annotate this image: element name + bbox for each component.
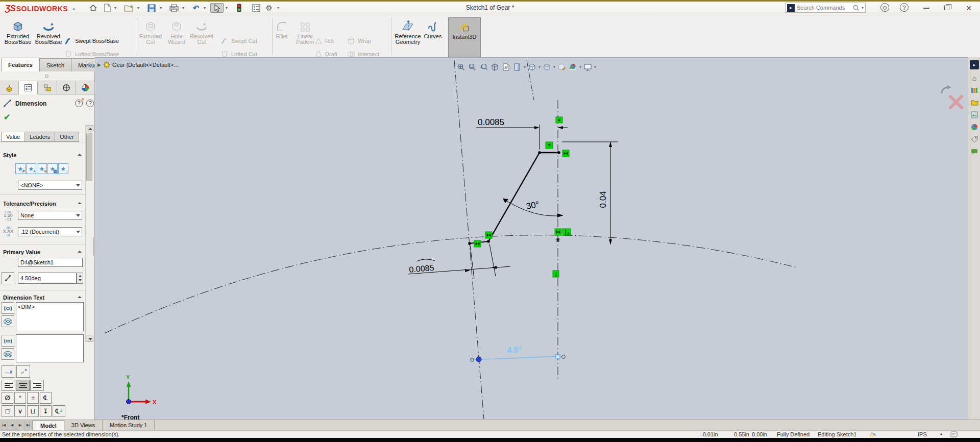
scroll-down-icon[interactable] xyxy=(86,335,93,342)
extruded-cut-button[interactable]: Extruded Cut xyxy=(136,17,165,56)
print-dropdown[interactable]: ▾ xyxy=(182,6,184,10)
fillet-button[interactable]: Fillet xyxy=(269,17,295,56)
units-dropdown-icon[interactable]: ▴ xyxy=(940,431,942,436)
scroll-up-icon[interactable] xyxy=(86,125,93,132)
swept-cut-button[interactable]: Swept Cut xyxy=(220,37,257,44)
relation-vertical-badge[interactable]: | xyxy=(553,271,559,277)
search-icon[interactable] xyxy=(853,5,860,11)
horizontal-justify-button[interactable]: ↔x xyxy=(2,365,15,378)
draft-button[interactable]: Draft xyxy=(314,50,337,58)
style-dropdown[interactable]: <NONE> xyxy=(18,181,82,190)
intersect-button[interactable]: Intersect xyxy=(347,50,379,58)
relation-symmetric-badge[interactable] xyxy=(485,232,492,238)
dimension-text-collapse-icon[interactable] xyxy=(78,294,82,299)
property-manager-tab[interactable] xyxy=(19,81,38,94)
panel-resize-grip[interactable] xyxy=(93,237,95,256)
status-units[interactable]: IPS xyxy=(918,431,927,437)
select-dropdown[interactable]: ▾ xyxy=(226,6,228,10)
undo-dropdown[interactable]: ▾ xyxy=(204,6,206,10)
swept-boss-base-button[interactable]: Swept Boss/Base xyxy=(64,37,119,44)
tab-motion-study[interactable]: Motion Study 1 xyxy=(103,420,155,430)
primary-value-section-header[interactable]: Primary Value xyxy=(3,249,40,255)
sketch-points[interactable] xyxy=(468,151,560,245)
style-delete-button[interactable]: ★× xyxy=(37,163,47,174)
restore-button[interactable] xyxy=(942,3,952,13)
open-dropdown[interactable]: ▾ xyxy=(137,6,139,10)
section-view-icon[interactable] xyxy=(490,62,500,72)
new-document-icon[interactable] xyxy=(102,3,112,13)
style-default-button[interactable]: ★↗ xyxy=(15,163,26,174)
sheet-icon[interactable] xyxy=(512,62,522,72)
logo-expand-icon[interactable]: ▸ xyxy=(73,6,76,11)
edit-appearance-dropdown[interactable]: ▾ xyxy=(579,65,581,69)
tab-value[interactable]: Value xyxy=(1,132,25,142)
view-orientation-cube-icon[interactable] xyxy=(527,62,537,72)
feature-manager-tab[interactable] xyxy=(0,81,19,94)
degree-symbol-button[interactable]: ° xyxy=(14,392,26,404)
account-icon[interactable] xyxy=(880,3,889,12)
dim-text-height[interactable]: 0.04 xyxy=(598,191,608,208)
search-commands-box[interactable]: ▸ ▾ xyxy=(785,3,866,13)
select-tool-icon[interactable] xyxy=(210,3,224,13)
help-icon-panel[interactable]: ? xyxy=(86,100,94,107)
align-left-button[interactable] xyxy=(2,380,15,391)
origin-point[interactable] xyxy=(127,400,131,404)
prev-tab-icon[interactable]: ◀ xyxy=(8,420,16,430)
tolerance-section-header[interactable]: Tolerance/Precision xyxy=(3,201,56,207)
scrollbar-thumb[interactable] xyxy=(86,133,92,181)
relation-coincident-badge[interactable] xyxy=(556,117,562,123)
style-save-button[interactable]: ★▥ xyxy=(47,163,58,174)
panel-splitter-handle[interactable] xyxy=(45,75,48,78)
file-properties-icon[interactable] xyxy=(251,3,261,13)
view-palette-icon[interactable] xyxy=(970,110,979,119)
display-manager-tab[interactable] xyxy=(57,81,76,94)
minimize-button[interactable] xyxy=(921,3,932,13)
options-gear-icon[interactable]: ⚙ xyxy=(264,3,274,13)
close-button[interactable]: ✕ xyxy=(964,3,974,13)
cancel-sketch-icon[interactable] xyxy=(947,93,965,111)
tab-leaders[interactable]: Leaders xyxy=(24,132,55,142)
zoom-area-icon[interactable] xyxy=(468,62,477,72)
apply-scene-dropdown[interactable]: ▾ xyxy=(594,65,596,69)
dimension-text-section-header[interactable]: Dimension Text xyxy=(3,294,44,301)
sheet-dropdown[interactable]: ▾ xyxy=(524,65,526,69)
dim-endpoint-selected[interactable] xyxy=(476,357,481,362)
configuration-manager-tab[interactable] xyxy=(38,81,57,94)
help-icon[interactable]: ? xyxy=(900,3,909,12)
display-style-dropdown[interactable]: ▾ xyxy=(553,65,555,69)
extruded-boss-base-button[interactable]: Extruded Boss/Base xyxy=(3,17,33,56)
dimension-top-0085[interactable]: 0.0085 xyxy=(476,117,568,150)
dim-handle-square[interactable] xyxy=(556,355,560,359)
next-tab-icon[interactable]: ▶ xyxy=(16,420,24,430)
dim-text-xx-oval-button[interactable]: XX xyxy=(2,315,14,327)
revolved-cut-button[interactable]: Revolved Cut xyxy=(187,17,216,56)
hide-annotations-icon[interactable]: A xyxy=(501,62,511,72)
dim-text-top[interactable]: 0.0085 xyxy=(478,117,504,127)
lofted-cut-button[interactable]: Lofted Cut xyxy=(220,50,257,58)
appearances-scenes-icon[interactable] xyxy=(970,122,979,132)
display-style-icon[interactable] xyxy=(542,62,552,72)
wrap-button[interactable]: Wrap xyxy=(347,37,371,44)
value-spinner[interactable] xyxy=(77,273,83,284)
view-orientation-dropdown[interactable]: ▾ xyxy=(538,65,541,69)
tree-expand-icon[interactable]: ▶ xyxy=(97,62,101,67)
relation-vertical2-badge[interactable]: | 2 xyxy=(562,229,571,235)
print-icon[interactable] xyxy=(169,3,179,13)
tooth-flank-line[interactable] xyxy=(488,153,540,241)
style-load-button[interactable]: ★↓ xyxy=(58,163,68,174)
pitch-circle-centerline[interactable] xyxy=(105,235,796,333)
previous-view-icon[interactable] xyxy=(479,62,488,72)
home-resources-icon[interactable]: ⌂ xyxy=(970,73,979,83)
rib-button[interactable]: Rib xyxy=(314,37,334,44)
custom-properties-icon[interactable] xyxy=(970,135,979,144)
search-input[interactable] xyxy=(797,5,851,11)
dim-text2-xx-button[interactable]: (xx) xyxy=(2,335,14,347)
ok-checkmark-icon[interactable]: ✔ xyxy=(4,112,10,122)
diameter-symbol-button[interactable]: Ø xyxy=(2,392,13,404)
primary-value-collapse-icon[interactable] xyxy=(78,249,82,253)
file-explorer-icon[interactable] xyxy=(970,98,979,107)
sketch-relations[interactable]: = | 2 | xyxy=(474,117,571,277)
first-tab-icon[interactable]: |◀ xyxy=(0,420,8,430)
tab-features[interactable]: Features xyxy=(1,58,40,71)
tab-model[interactable]: Model xyxy=(33,420,64,430)
